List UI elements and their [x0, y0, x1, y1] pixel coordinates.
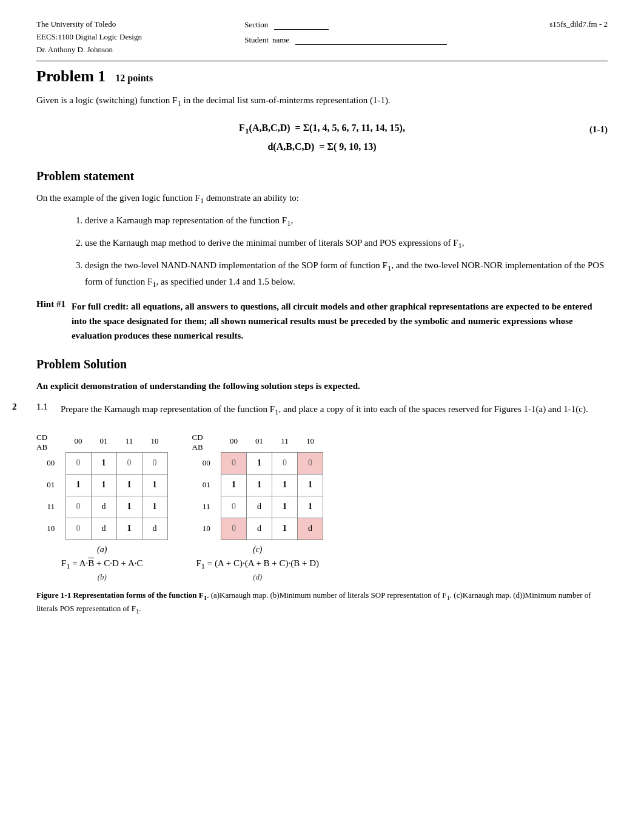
- cell-a-00-11: 0: [116, 452, 142, 474]
- step-text: Prepare the Karnaugh map representation …: [61, 402, 608, 418]
- cell-c-01-11: 1: [272, 474, 298, 496]
- header-institution: The University of Toledo EECS:1100 Digit…: [36, 18, 142, 56]
- problem-title-text: Problem 1: [36, 67, 106, 86]
- kmap-c-row-01: 01 1 1 1 1: [192, 474, 323, 496]
- cell-a-10-01: d: [91, 518, 116, 539]
- cell-c-01-01: 1: [247, 474, 272, 496]
- kmap-a-header: CDAB 00 01 11 10: [36, 430, 167, 452]
- formula-b-text: F1 = A·B + C·D + A·C: [61, 558, 143, 571]
- cell-a-10-10: d: [142, 518, 167, 539]
- name-label: name: [272, 35, 289, 45]
- cell-c-00-11: 0: [272, 452, 298, 474]
- kmap-a-row-00: 00 0 1 0 0: [36, 452, 167, 474]
- cell-c-10-11: 1: [272, 518, 298, 539]
- formula-tag: (1-1): [559, 124, 608, 135]
- step-container: 2 1.1 Prepare the Karnaugh map represent…: [36, 402, 608, 418]
- formula-block: F1(A,B,C,D) = Σ(1, 4, 5, 6, 7, 11, 14, 1…: [36, 120, 608, 154]
- kmap-a-row-10: 10 0 d 1 d: [36, 518, 167, 539]
- kmap-c-row-00: 00 0 1 0 0: [192, 452, 323, 474]
- cell-a-11-00: 0: [65, 496, 91, 518]
- formula-f1: F1(A,B,C,D) = Σ(1, 4, 5, 6, 7, 11, 14, 1…: [85, 123, 559, 136]
- kmap-a-row-11: 11 0 d 1 1: [36, 496, 167, 518]
- problem-statement-heading: Problem statement: [36, 169, 608, 183]
- cell-a-00-00: 0: [65, 452, 91, 474]
- section-label: Section: [244, 20, 268, 30]
- cell-a-11-10: 1: [142, 496, 167, 518]
- cell-a-01-00: 1: [65, 474, 91, 496]
- cell-a-00-10: 0: [142, 452, 167, 474]
- cell-a-01-11: 1: [116, 474, 142, 496]
- course-name: EECS:1100 Digital Logic Design: [36, 31, 142, 44]
- kmap-c-label: (c): [253, 545, 263, 555]
- cell-a-00-01: 1: [91, 452, 116, 474]
- list-item-1: derive a Karnaugh map representation of …: [85, 213, 608, 229]
- cell-a-10-11: 1: [116, 518, 142, 539]
- cell-c-10-00: 0: [221, 518, 247, 539]
- cell-c-00-00: 0: [221, 452, 247, 474]
- kmap-a-label: (a): [97, 545, 107, 555]
- kmap-c-wrapper: CDAB 00 01 11 10 00 0 1 0 0 01 1 1 1 1: [192, 430, 324, 582]
- formula-row-1: F1(A,B,C,D) = Σ(1, 4, 5, 6, 7, 11, 14, 1…: [36, 120, 608, 138]
- step-1-1: 1.1 Prepare the Karnaugh map representat…: [36, 402, 608, 418]
- formula-d-text: F1 = (A + C)·(A + B + C)·(B + D): [196, 558, 319, 571]
- cell-c-10-10: d: [298, 518, 323, 539]
- cell-c-01-10: 1: [298, 474, 323, 496]
- cell-c-00-01: 1: [247, 452, 272, 474]
- formula-row-2: d(A,B,C,D) = Σ( 9, 10, 13): [36, 139, 608, 155]
- kmap-a-wrapper: CDAB 00 01 11 10 00 0 1 0 0 01 1 1 1 1: [36, 430, 168, 582]
- cell-a-11-01: d: [91, 496, 116, 518]
- formula-d: d(A,B,C,D) = Σ( 9, 10, 13): [85, 141, 559, 152]
- cell-a-10-00: 0: [65, 518, 91, 539]
- university-name: The University of Toledo: [36, 18, 142, 31]
- hint-text: For full credit: all equations, all answ…: [72, 299, 608, 343]
- figure-caption: Figure 1-1 Representation forms of the f…: [36, 589, 594, 616]
- cell-c-10-01: d: [247, 518, 272, 539]
- cell-c-11-11: 1: [272, 496, 298, 518]
- list-item-2: use the Karnaugh map method to derive th…: [85, 235, 608, 252]
- ps-intro: On the example of the given logic functi…: [36, 191, 608, 208]
- kmap-a-row-01: 01 1 1 1 1: [36, 474, 167, 496]
- header-section: Section Student name: [244, 18, 447, 45]
- hint-label: Hint #1: [36, 299, 65, 343]
- student-name-line: [295, 35, 447, 45]
- instructor-name: Dr. Anthony D. Johnson: [36, 44, 142, 56]
- figures-container: CDAB 00 01 11 10 00 0 1 0 0 01 1 1 1 1: [36, 430, 608, 582]
- points-label: 12 points: [115, 73, 153, 84]
- kmap-c: CDAB 00 01 11 10 00 0 1 0 0 01 1 1 1 1: [192, 430, 324, 540]
- cell-c-11-00: 0: [221, 496, 247, 518]
- cell-c-00-10: 0: [298, 452, 323, 474]
- cell-a-01-10: 1: [142, 474, 167, 496]
- cell-a-01-01: 1: [91, 474, 116, 496]
- student-label: Student: [244, 35, 269, 45]
- problem-title: Problem 1 12 points: [36, 67, 608, 86]
- hint-block: Hint #1 For full credit: all equations, …: [36, 299, 608, 343]
- left-margin-number: 2: [12, 402, 17, 412]
- problem-intro: Given is a logic (switching) function F1…: [36, 93, 608, 109]
- kmap-c-header: CDAB 00 01 11 10: [192, 430, 323, 452]
- f1-sub: 1: [177, 99, 181, 107]
- formula-d-label: (d): [253, 572, 262, 582]
- problem-solution-heading: Problem Solution: [36, 357, 608, 371]
- kmap-c-row-11: 11 0 d 1 1: [192, 496, 323, 518]
- section-underline: [274, 19, 329, 30]
- cell-a-11-11: 1: [116, 496, 142, 518]
- kmap-a: CDAB 00 01 11 10 00 0 1 0 0 01 1 1 1 1: [36, 430, 168, 540]
- figure-caption-bold: Figure 1-1 Representation forms of the f…: [36, 590, 207, 600]
- cell-c-11-01: d: [247, 496, 272, 518]
- list-item-3: design the two-level NAND-NAND implement…: [85, 258, 608, 291]
- cell-c-01-00: 1: [221, 474, 247, 496]
- header-divider: [36, 61, 608, 61]
- page-header: The University of Toledo EECS:1100 Digit…: [36, 18, 608, 56]
- problem-list: derive a Karnaugh map representation of …: [85, 213, 608, 291]
- cell-c-11-10: 1: [298, 496, 323, 518]
- solution-intro: An explicit demonstration of understandi…: [36, 379, 608, 393]
- kmap-c-row-10: 10 0 d 1 d: [192, 518, 323, 539]
- formula-b-label: (b): [98, 572, 107, 582]
- step-number: 1.1: [36, 402, 56, 418]
- header-doc-id: s15fs_dild7.fm - 2: [549, 18, 608, 29]
